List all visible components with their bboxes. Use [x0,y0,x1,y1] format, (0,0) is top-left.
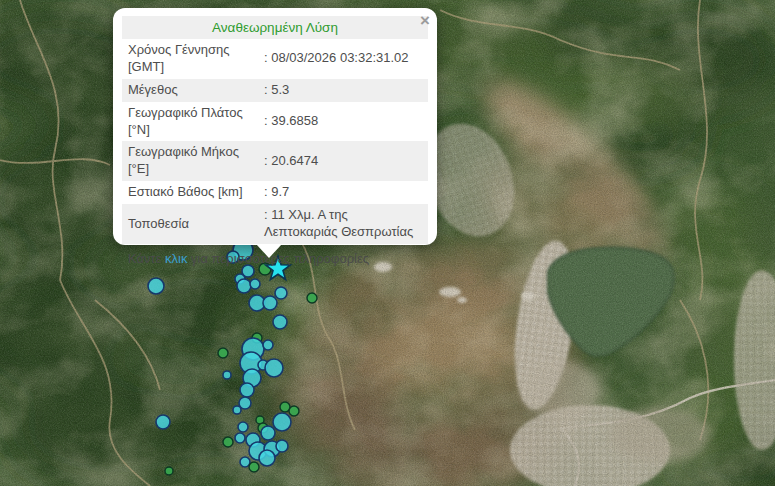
aftershock-marker[interactable] [238,422,248,432]
depth-label: Εστιακό Βάθος [km] [122,181,260,204]
aftershock-marker[interactable] [156,415,170,429]
row-latitude: Γεωγραφικό Πλάτος [°N] : 39.6858 [122,102,428,142]
depth-value: : 9.7 [260,181,428,204]
aftershock-marker[interactable] [240,383,254,397]
longitude-value: : 20.6474 [260,150,428,173]
aftershock-marker[interactable] [235,433,245,443]
earthquake-info-table: Αναθεωρημένη Λύση Χρόνος Γέννησης [GMT] … [122,16,428,244]
aftershock-marker-green[interactable] [289,406,299,416]
aftershock-marker-green[interactable] [218,348,228,358]
aftershock-marker[interactable] [250,279,260,289]
row-magnitude: Μέγεθος : 5.3 [122,79,428,102]
aftershock-marker[interactable] [265,359,283,377]
aftershock-marker[interactable] [273,315,287,329]
magnitude-label: Μέγεθος [122,79,260,102]
origin-time-label: Χρόνος Γέννησης [GMT] [122,39,260,79]
aftershock-marker[interactable] [273,413,291,431]
aftershock-marker-green[interactable] [249,462,259,472]
popup-tail-pointer [256,244,282,258]
row-origin-time: Χρόνος Γέννησης [GMT] : 08/03/2026 03:32… [122,39,428,79]
location-value: : 11 Χλμ. Α της Λεπτοκαριάς Θεσπρωτίας [260,204,428,244]
magnitude-value: : 5.3 [260,79,428,102]
longitude-label: Γεωγραφικό Μήκος [°E] [122,141,260,181]
popup-title: Αναθεωρημένη Λύση [122,16,428,39]
aftershock-marker[interactable] [240,457,250,467]
row-longitude: Γεωγραφικό Μήκος [°E] : 20.6474 [122,141,428,181]
origin-time-value: : 08/03/2026 03:32:31.02 [260,47,428,70]
aftershock-marker[interactable] [263,296,277,310]
aftershock-marker-green[interactable] [165,467,173,475]
aftershock-marker[interactable] [148,278,164,294]
footer-text-prefix: Κάντε [128,251,165,266]
aftershock-marker[interactable] [259,450,275,466]
popup-close-button[interactable]: × [418,10,432,31]
row-depth: Εστιακό Βάθος [km] : 9.7 [122,181,428,204]
aftershock-marker[interactable] [263,340,273,350]
aftershock-marker[interactable] [223,371,231,379]
row-location: Τοποθεσία : 11 Χλμ. Α της Λεπτοκαριάς Θε… [122,204,428,244]
aftershock-marker-green[interactable] [307,293,317,303]
earthquake-map-view: × Αναθεωρημένη Λύση Χρόνος Γέννησης [GMT… [0,0,775,486]
aftershock-marker[interactable] [233,406,241,414]
aftershock-marker[interactable] [275,287,287,299]
aftershock-marker[interactable] [261,426,275,440]
aftershock-marker[interactable] [276,440,288,452]
more-info-link[interactable]: κλικ [165,251,187,266]
location-label: Τοποθεσία [122,213,260,236]
latitude-label: Γεωγραφικό Πλάτος [°N] [122,102,260,142]
aftershock-marker-green[interactable] [223,437,233,447]
aftershock-marker[interactable] [237,279,251,293]
earthquake-info-popup: × Αναθεωρημένη Λύση Χρόνος Γέννησης [GMT… [113,8,437,245]
latitude-value: : 39.6858 [260,110,428,133]
